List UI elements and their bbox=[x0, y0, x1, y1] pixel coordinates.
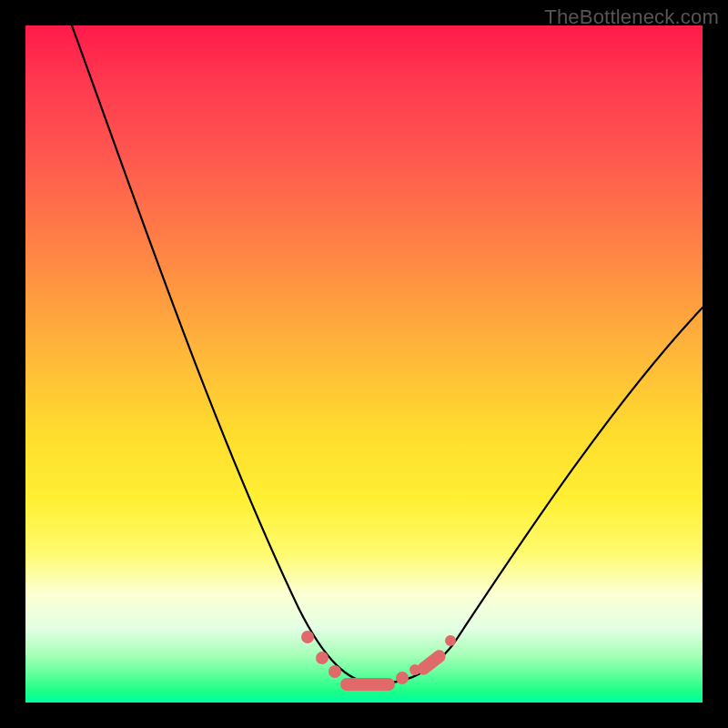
marker-dot bbox=[445, 635, 456, 646]
chart-svg bbox=[25, 25, 703, 703]
chart-frame: TheBottleneck.com bbox=[0, 0, 728, 728]
bottleneck-curve bbox=[62, 0, 703, 683]
chart-plot-area bbox=[25, 25, 703, 703]
marker-dot bbox=[316, 652, 329, 664]
marker-dot bbox=[410, 664, 420, 675]
marker-dot bbox=[396, 672, 409, 684]
marker-dot bbox=[329, 665, 341, 678]
marker-dot bbox=[301, 631, 314, 643]
marker-flat-segment bbox=[340, 678, 395, 691]
marker-right-segment bbox=[415, 647, 449, 677]
